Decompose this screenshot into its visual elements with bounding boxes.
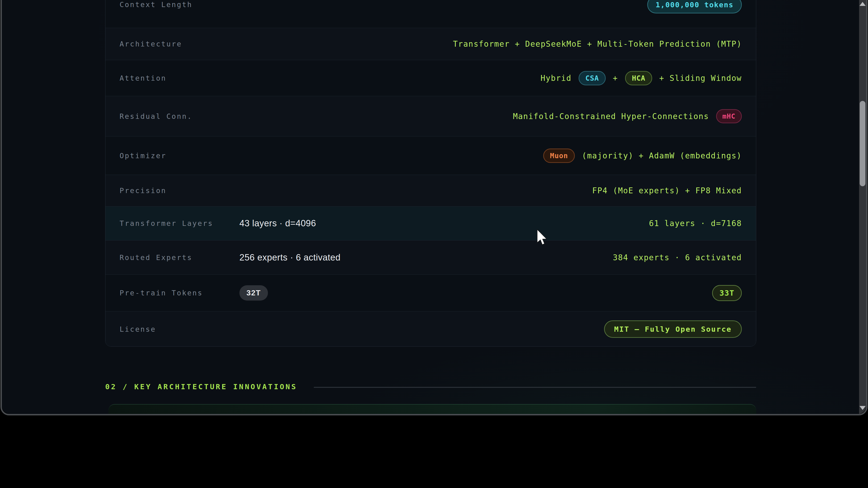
residual-value: Manifold-Constrained Hyper-Connections bbox=[513, 112, 709, 121]
transformer-layers-left-value: 43 layers · d=4096 bbox=[239, 218, 649, 228]
scrollbar-track[interactable] bbox=[859, 0, 866, 414]
row-label-context-length: Context Length bbox=[120, 0, 239, 9]
precision-value: FP4 (MoE experts) + FP8 Mixed bbox=[592, 186, 742, 195]
row-label-transformer-layers: Transformer Layers bbox=[120, 219, 239, 228]
spec-row-architecture: Architecture Transformer + DeepSeekMoE +… bbox=[105, 28, 756, 60]
pretrain-tokens-left-badge: 32T bbox=[239, 285, 268, 300]
next-section-panel bbox=[108, 404, 756, 414]
spec-row-precision: Precision FP4 (MoE experts) + FP8 Mixed bbox=[105, 175, 756, 206]
context-length-badge: 1,000,000 tokens bbox=[647, 0, 742, 13]
spec-row-pretrain-tokens: Pre-train Tokens 32T 33T bbox=[105, 274, 756, 311]
optimizer-value: (majority) + AdamW (embeddings) bbox=[582, 151, 742, 160]
row-label-routed-experts: Routed Experts bbox=[120, 253, 239, 262]
row-label-pretrain-tokens: Pre-train Tokens bbox=[120, 289, 239, 297]
model-spec-table: Context Length 1,000,000 tokens Architec… bbox=[105, 0, 756, 347]
row-label-license: License bbox=[120, 325, 239, 333]
transformer-layers-right-value: 61 layers · d=7168 bbox=[649, 219, 742, 228]
section-heading-rule bbox=[314, 387, 756, 388]
spec-row-context-length: Context Length 1,000,000 tokens bbox=[105, 0, 756, 28]
pretrain-tokens-right-badge: 33T bbox=[712, 285, 742, 301]
attention-plus: + bbox=[613, 73, 618, 83]
scroll-down-icon[interactable] bbox=[860, 406, 866, 410]
scroll-up-icon[interactable] bbox=[860, 2, 866, 6]
csa-badge: CSA bbox=[579, 71, 606, 85]
architecture-value: Transformer + DeepSeekMoE + Multi-Token … bbox=[453, 39, 742, 48]
attention-prefix: Hybrid bbox=[540, 73, 571, 83]
spec-row-optimizer: Optimizer Muon (majority) + AdamW (embed… bbox=[105, 136, 756, 175]
page-background: Context Length 1,000,000 tokens Architec… bbox=[2, 0, 866, 414]
spec-row-routed-experts: Routed Experts 256 experts · 6 activated… bbox=[105, 240, 756, 274]
spec-row-residual-connections: Residual Conn. Manifold-Constrained Hype… bbox=[105, 96, 756, 136]
muon-badge: Muon bbox=[543, 149, 575, 163]
mhc-badge: mHC bbox=[716, 109, 742, 123]
routed-experts-right-value: 384 experts · 6 activated bbox=[613, 253, 742, 262]
spec-row-attention: Attention Hybrid CSA + HCA + Sliding Win… bbox=[105, 60, 756, 96]
row-label-attention: Attention bbox=[120, 74, 239, 82]
attention-suffix: + Sliding Window bbox=[659, 73, 742, 83]
spec-row-transformer-layers: Transformer Layers 43 layers · d=4096 61… bbox=[105, 206, 756, 240]
row-label-optimizer: Optimizer bbox=[120, 152, 239, 160]
scrollbar-thumb[interactable] bbox=[860, 101, 865, 186]
row-label-residual: Residual Conn. bbox=[120, 112, 239, 121]
mouse-cursor-icon bbox=[536, 229, 549, 249]
license-badge: MIT — Fully Open Source bbox=[604, 320, 742, 338]
section-heading: 02 / KEY ARCHITECTURE INNOVATIONS bbox=[105, 382, 297, 391]
hca-badge: HCA bbox=[625, 71, 652, 85]
routed-experts-left-value: 256 experts · 6 activated bbox=[239, 253, 613, 263]
spec-row-license: License MIT — Fully Open Source bbox=[105, 311, 756, 347]
row-label-architecture: Architecture bbox=[120, 40, 239, 48]
row-label-precision: Precision bbox=[120, 187, 239, 195]
